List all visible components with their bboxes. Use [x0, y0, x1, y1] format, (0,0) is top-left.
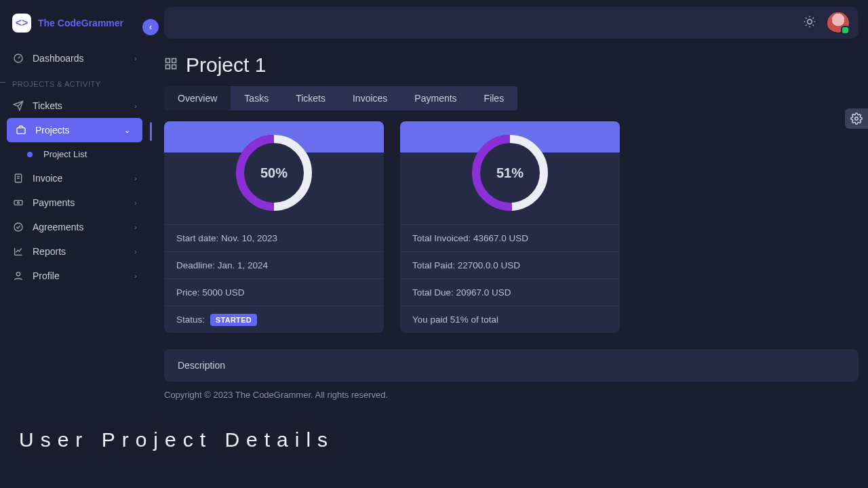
- tab-overview[interactable]: Overview: [164, 86, 231, 110]
- tab-tickets[interactable]: Tickets: [282, 86, 339, 110]
- status-badge: STARTED: [210, 314, 257, 326]
- description-heading: Description: [178, 360, 845, 371]
- row-deadline: Deadline: Jan. 1, 2024: [164, 251, 384, 279]
- chevron-right-icon: ›: [134, 247, 137, 256]
- chevron-down-icon: ⌄: [124, 126, 130, 135]
- cash-icon: [12, 197, 24, 208]
- svg-point-7: [808, 19, 812, 24]
- page-title-row: Project 1: [164, 54, 859, 77]
- chart-line-icon: [12, 246, 24, 257]
- nav-profile[interactable]: Profile ›: [0, 264, 149, 288]
- nav-label: Dashboards: [33, 53, 84, 64]
- brand-logo: <>: [12, 14, 31, 33]
- svg-point-6: [16, 272, 20, 276]
- chevron-right-icon: ›: [134, 174, 137, 182]
- nav-label: Reports: [33, 246, 66, 257]
- nav-label: Invoice: [33, 173, 62, 184]
- svg-rect-1: [17, 128, 25, 134]
- grid-icon: [164, 57, 178, 73]
- footer-copyright: Copyright © 2023 The CodeGrammer. All ri…: [164, 390, 859, 400]
- brand-row: <> The CodeGrammer: [0, 7, 149, 46]
- progress-gauge: 50%: [235, 134, 313, 212]
- nav-label: Agreements: [33, 222, 83, 232]
- row-invoiced: Total Invoiced: 43667.0 USD: [400, 224, 620, 251]
- nav-label: Project List: [43, 149, 87, 159]
- active-indicator: [150, 122, 152, 141]
- chevron-right-icon: ›: [134, 199, 137, 207]
- tab-tasks[interactable]: Tasks: [231, 86, 282, 110]
- payment-gauge: 51%: [471, 134, 549, 212]
- svg-point-18: [855, 117, 859, 121]
- svg-point-4: [18, 202, 20, 204]
- topbar: [164, 7, 859, 39]
- user-icon: [12, 270, 24, 281]
- row-start-date: Start date: Nov. 10, 2023: [164, 224, 384, 251]
- svg-rect-11: [172, 65, 176, 69]
- svg-rect-10: [166, 65, 170, 69]
- nav-section-label: PROJECTS & ACTIVITY: [0, 70, 149, 94]
- nav-payments[interactable]: Payments ›: [0, 190, 149, 215]
- nav-label: Profile: [33, 270, 60, 281]
- payment-card: 51% Total Invoiced: 43667.0 USD Total Pa…: [400, 121, 620, 333]
- svg-rect-3: [14, 201, 22, 205]
- tab-files[interactable]: Files: [471, 86, 518, 110]
- gauge-icon: [12, 53, 24, 64]
- tabs: Overview Tasks Tickets Invoices Payments…: [164, 86, 859, 110]
- nav-dashboards[interactable]: Dashboards ›: [0, 46, 149, 70]
- row-note: You paid 51% of total: [400, 306, 620, 333]
- tab-invoices[interactable]: Invoices: [339, 86, 401, 110]
- chevron-left-icon: ‹: [149, 22, 152, 32]
- description-panel: Description: [164, 349, 859, 382]
- gauge-percent: 50%: [235, 134, 313, 212]
- svg-rect-8: [166, 59, 170, 63]
- logo-icon: <>: [16, 17, 28, 29]
- nav-project-list[interactable]: Project List: [0, 142, 149, 166]
- brand-name: The CodeGrammer: [38, 18, 123, 28]
- row-paid: Total Paid: 22700.0.0 USD: [400, 251, 620, 279]
- page-title: Project 1: [186, 54, 266, 77]
- nav-label: Payments: [33, 197, 75, 208]
- settings-fab[interactable]: [845, 108, 868, 129]
- gear-icon: [850, 113, 863, 125]
- chevron-right-icon: ›: [134, 54, 137, 62]
- nav-invoice[interactable]: Invoice ›: [0, 166, 149, 190]
- nav-tickets[interactable]: Tickets ›: [0, 94, 149, 118]
- sun-icon: [803, 15, 816, 28]
- file-icon: [12, 173, 24, 184]
- row-status: Status: STARTED: [164, 306, 384, 333]
- bullet-icon: [27, 152, 33, 157]
- check-circle-icon: [12, 222, 24, 232]
- gauge-percent: 51%: [471, 134, 549, 212]
- chevron-right-icon: ›: [134, 272, 137, 280]
- nav-reports[interactable]: Reports ›: [0, 239, 149, 264]
- briefcase-icon: [15, 125, 27, 136]
- user-avatar[interactable]: [827, 12, 849, 34]
- svg-point-5: [14, 223, 22, 231]
- sidebar-collapse-button[interactable]: ‹: [142, 19, 159, 35]
- sidebar: <> The CodeGrammer ‹ Dashboards › PROJEC…: [0, 0, 149, 400]
- nav-agreements[interactable]: Agreements ›: [0, 215, 149, 239]
- nav-label: Projects: [35, 125, 70, 136]
- main-content: Project 1 Overview Tasks Tickets Invoice…: [149, 0, 868, 400]
- chevron-right-icon: ›: [134, 102, 137, 110]
- progress-card: 50% Start date: Nov. 10, 2023 Deadline: …: [164, 121, 384, 333]
- row-price: Price: 5000 USD: [164, 279, 384, 306]
- status-label: Status:: [176, 314, 205, 325]
- tab-payments[interactable]: Payments: [401, 86, 470, 110]
- nav-label: Tickets: [33, 100, 62, 111]
- nav-projects[interactable]: Projects ⌄: [7, 118, 142, 142]
- chevron-right-icon: ›: [134, 223, 137, 231]
- image-caption: User Project Details: [19, 428, 334, 451]
- paper-plane-icon: [12, 100, 24, 111]
- row-due: Total Due: 20967.0 USD: [400, 279, 620, 306]
- svg-rect-9: [172, 59, 176, 63]
- theme-toggle[interactable]: [803, 15, 816, 31]
